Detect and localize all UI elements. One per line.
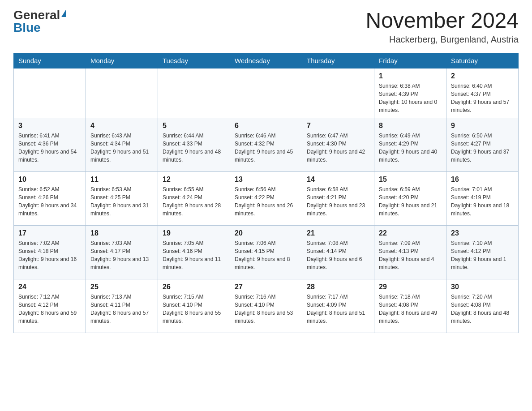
day-number: 25: [90, 283, 153, 291]
calendar-day-cell: 22Sunrise: 7:09 AMSunset: 4:13 PMDayligh…: [374, 225, 446, 279]
day-number: 8: [379, 122, 442, 130]
day-number: 22: [379, 229, 442, 237]
day-info: Sunrise: 7:12 AMSunset: 4:12 PMDaylight:…: [18, 293, 81, 325]
calendar-day-cell: 17Sunrise: 7:02 AMSunset: 4:18 PMDayligh…: [14, 225, 86, 279]
calendar-day-cell: 18Sunrise: 7:03 AMSunset: 4:17 PMDayligh…: [86, 225, 158, 279]
day-info: Sunrise: 6:59 AMSunset: 4:20 PMDaylight:…: [379, 185, 442, 218]
weekday-header-saturday: Saturday: [446, 53, 519, 68]
weekday-header-row: SundayMondayTuesdayWednesdayThursdayFrid…: [14, 53, 519, 68]
day-info: Sunrise: 7:16 AMSunset: 4:10 PMDaylight:…: [235, 293, 297, 325]
day-number: 5: [163, 122, 225, 130]
day-number: 12: [163, 176, 225, 184]
calendar-day-cell: 25Sunrise: 7:13 AMSunset: 4:11 PMDayligh…: [86, 279, 158, 333]
calendar-day-cell: 9Sunrise: 6:50 AMSunset: 4:27 PMDaylight…: [446, 118, 519, 171]
calendar-day-cell: 29Sunrise: 7:18 AMSunset: 4:08 PMDayligh…: [374, 279, 446, 333]
day-info: Sunrise: 7:08 AMSunset: 4:14 PMDaylight:…: [307, 239, 369, 271]
day-info: Sunrise: 6:50 AMSunset: 4:27 PMDaylight:…: [451, 132, 514, 164]
day-number: 30: [451, 283, 514, 291]
calendar-day-cell: 13Sunrise: 6:56 AMSunset: 4:22 PMDayligh…: [230, 171, 302, 225]
calendar-day-cell: 12Sunrise: 6:55 AMSunset: 4:24 PMDayligh…: [158, 171, 230, 225]
calendar-day-cell: 8Sunrise: 6:49 AMSunset: 4:29 PMDaylight…: [374, 118, 446, 171]
calendar-empty-cell: [302, 68, 374, 118]
calendar-empty-cell: [86, 68, 158, 118]
header: General Blue November 2024 Hackerberg, B…: [13, 9, 519, 45]
day-info: Sunrise: 7:01 AMSunset: 4:19 PMDaylight:…: [451, 185, 514, 218]
calendar-subtitle: Hackerberg, Burgenland, Austria: [365, 34, 519, 45]
day-info: Sunrise: 7:13 AMSunset: 4:11 PMDaylight:…: [90, 293, 153, 325]
day-number: 16: [451, 176, 514, 184]
calendar-day-cell: 15Sunrise: 6:59 AMSunset: 4:20 PMDayligh…: [374, 171, 446, 225]
calendar-day-cell: 27Sunrise: 7:16 AMSunset: 4:10 PMDayligh…: [230, 279, 302, 333]
day-number: 28: [307, 283, 369, 291]
calendar-table: SundayMondayTuesdayWednesdayThursdayFrid…: [13, 53, 519, 333]
day-number: 20: [235, 229, 297, 237]
calendar-day-cell: 26Sunrise: 7:15 AMSunset: 4:10 PMDayligh…: [158, 279, 230, 333]
calendar-day-cell: 2Sunrise: 6:40 AMSunset: 4:37 PMDaylight…: [446, 68, 519, 118]
day-number: 2: [451, 72, 514, 80]
day-info: Sunrise: 6:43 AMSunset: 4:34 PMDaylight:…: [90, 132, 153, 164]
day-number: 4: [90, 122, 153, 130]
day-number: 7: [307, 122, 369, 130]
day-number: 21: [307, 229, 369, 237]
title-area: November 2024 Hackerberg, Burgenland, Au…: [365, 9, 519, 45]
day-number: 15: [379, 176, 442, 184]
day-info: Sunrise: 6:56 AMSunset: 4:22 PMDaylight:…: [235, 185, 297, 218]
day-info: Sunrise: 7:03 AMSunset: 4:17 PMDaylight:…: [90, 239, 153, 271]
day-info: Sunrise: 6:46 AMSunset: 4:32 PMDaylight:…: [235, 132, 297, 164]
day-number: 24: [18, 283, 81, 291]
calendar-week-row: 10Sunrise: 6:52 AMSunset: 4:26 PMDayligh…: [14, 171, 519, 225]
weekday-header-sunday: Sunday: [14, 53, 86, 68]
weekday-header-thursday: Thursday: [302, 53, 374, 68]
day-info: Sunrise: 7:10 AMSunset: 4:12 PMDaylight:…: [451, 239, 514, 271]
logo-blue: Blue: [13, 21, 41, 34]
day-info: Sunrise: 7:20 AMSunset: 4:08 PMDaylight:…: [451, 293, 514, 325]
calendar-day-cell: 1Sunrise: 6:38 AMSunset: 4:39 PMDaylight…: [374, 68, 446, 118]
day-number: 13: [235, 176, 297, 184]
calendar-week-row: 17Sunrise: 7:02 AMSunset: 4:18 PMDayligh…: [14, 225, 519, 279]
day-info: Sunrise: 7:02 AMSunset: 4:18 PMDaylight:…: [18, 239, 81, 271]
day-info: Sunrise: 6:41 AMSunset: 4:36 PMDaylight:…: [18, 132, 81, 164]
calendar-week-row: 1Sunrise: 6:38 AMSunset: 4:39 PMDaylight…: [14, 68, 519, 118]
weekday-header-monday: Monday: [86, 53, 158, 68]
day-info: Sunrise: 6:40 AMSunset: 4:37 PMDaylight:…: [451, 82, 514, 114]
calendar-day-cell: 3Sunrise: 6:41 AMSunset: 4:36 PMDaylight…: [14, 118, 86, 171]
day-info: Sunrise: 7:17 AMSunset: 4:09 PMDaylight:…: [307, 293, 369, 325]
calendar-day-cell: 14Sunrise: 6:58 AMSunset: 4:21 PMDayligh…: [302, 171, 374, 225]
calendar-day-cell: 21Sunrise: 7:08 AMSunset: 4:14 PMDayligh…: [302, 225, 374, 279]
day-number: 10: [18, 176, 81, 184]
calendar-day-cell: 11Sunrise: 6:53 AMSunset: 4:25 PMDayligh…: [86, 171, 158, 225]
day-info: Sunrise: 6:44 AMSunset: 4:33 PMDaylight:…: [163, 132, 225, 164]
calendar-day-cell: 24Sunrise: 7:12 AMSunset: 4:12 PMDayligh…: [14, 279, 86, 333]
day-info: Sunrise: 6:55 AMSunset: 4:24 PMDaylight:…: [163, 185, 225, 218]
calendar-header: SundayMondayTuesdayWednesdayThursdayFrid…: [14, 53, 519, 68]
calendar-day-cell: 28Sunrise: 7:17 AMSunset: 4:09 PMDayligh…: [302, 279, 374, 333]
day-info: Sunrise: 7:09 AMSunset: 4:13 PMDaylight:…: [379, 239, 442, 271]
weekday-header-tuesday: Tuesday: [158, 53, 230, 68]
day-info: Sunrise: 6:58 AMSunset: 4:21 PMDaylight:…: [307, 185, 369, 218]
logo: General Blue: [13, 9, 66, 34]
day-info: Sunrise: 6:53 AMSunset: 4:25 PMDaylight:…: [90, 185, 153, 218]
day-info: Sunrise: 6:38 AMSunset: 4:39 PMDaylight:…: [379, 82, 442, 114]
day-info: Sunrise: 6:52 AMSunset: 4:26 PMDaylight:…: [18, 185, 81, 218]
calendar-day-cell: 6Sunrise: 6:46 AMSunset: 4:32 PMDaylight…: [230, 118, 302, 171]
calendar-empty-cell: [158, 68, 230, 118]
weekday-header-wednesday: Wednesday: [230, 53, 302, 68]
day-number: 1: [379, 72, 442, 80]
calendar-day-cell: 23Sunrise: 7:10 AMSunset: 4:12 PMDayligh…: [446, 225, 519, 279]
calendar-day-cell: 19Sunrise: 7:05 AMSunset: 4:16 PMDayligh…: [158, 225, 230, 279]
calendar-week-row: 3Sunrise: 6:41 AMSunset: 4:36 PMDaylight…: [14, 118, 519, 171]
day-number: 23: [451, 229, 514, 237]
day-info: Sunrise: 7:15 AMSunset: 4:10 PMDaylight:…: [163, 293, 225, 325]
calendar-day-cell: 20Sunrise: 7:06 AMSunset: 4:15 PMDayligh…: [230, 225, 302, 279]
calendar-day-cell: 4Sunrise: 6:43 AMSunset: 4:34 PMDaylight…: [86, 118, 158, 171]
day-number: 26: [163, 283, 225, 291]
calendar-week-row: 24Sunrise: 7:12 AMSunset: 4:12 PMDayligh…: [14, 279, 519, 333]
calendar-body: 1Sunrise: 6:38 AMSunset: 4:39 PMDaylight…: [14, 68, 519, 333]
day-number: 9: [451, 122, 514, 130]
weekday-header-friday: Friday: [374, 53, 446, 68]
calendar-day-cell: 30Sunrise: 7:20 AMSunset: 4:08 PMDayligh…: [446, 279, 519, 333]
logo-general: General: [13, 9, 60, 21]
day-number: 11: [90, 176, 153, 184]
day-info: Sunrise: 7:18 AMSunset: 4:08 PMDaylight:…: [379, 293, 442, 325]
calendar-empty-cell: [230, 68, 302, 118]
